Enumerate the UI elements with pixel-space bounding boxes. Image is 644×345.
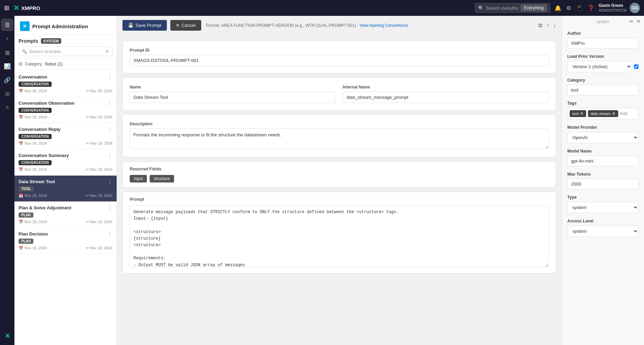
sidebar-item[interactable]: Conversation Observation ⋮ CONVERSATION … [14, 97, 117, 123]
item-badge: CONVERSATION [19, 160, 52, 165]
tag-remove-icon[interactable]: ✕ [580, 111, 583, 116]
nav-icon-x-bottom[interactable]: ✕ [1, 330, 13, 342]
item-badge: CONVERSATION [19, 134, 52, 139]
max-tokens-input[interactable] [567, 179, 638, 189]
author-input[interactable] [567, 38, 638, 49]
item-title: Conversation [19, 74, 47, 80]
status-filter[interactable]: Status (1) [45, 62, 63, 66]
name-card: Name Internal Name [122, 77, 556, 110]
item-more-icon[interactable]: ⋮ [107, 179, 112, 185]
top-navigation: ⊞ ✕ XMPRO 🔍 Everything 🔔 ⚙ 📱 ❓ Gavin Gre… [0, 0, 644, 16]
description-textarea[interactable]: Formats the incomming response to fit th… [130, 128, 549, 149]
item-header: Data Stream Tool ⋮ [19, 179, 112, 185]
internal-name-input[interactable] [343, 92, 549, 103]
item-more-icon[interactable]: ⋮ [107, 231, 112, 237]
category-label: Category [567, 78, 638, 83]
model-name-input[interactable] [567, 156, 638, 166]
filter-icon[interactable]: ⊟ [19, 61, 22, 66]
sidebar-item[interactable]: Conversation Summary ⋮ CONVERSATION 📅 No… [14, 149, 117, 176]
search-prompts-box[interactable]: 🔍 ✕ [19, 46, 112, 56]
sidebar-item[interactable]: Conversation Reply ⋮ CONVERSATION 📅 Nov … [14, 123, 117, 149]
prompt-id-input[interactable] [130, 55, 549, 66]
item-dates: 📅 Nov 18, 2024 ✏ Nov 18, 2024 [19, 141, 112, 146]
sidebar-item[interactable]: Plan & Solve Adjustment ⋮ PLAN 📅 Nov 18,… [14, 202, 117, 228]
item-dates: 📅 Nov 18, 2024 ✏ Nov 18, 2024 [19, 220, 112, 224]
nav-icon-list[interactable]: ≡ [1, 101, 13, 114]
item-more-icon[interactable]: ⋮ [107, 153, 112, 158]
tags-label: Tags [567, 101, 638, 106]
item-header: Conversation Reply ⋮ [19, 127, 112, 132]
modified-date: ✏ Nov 18, 2024 [86, 220, 113, 224]
grid-menu-icon[interactable]: ⊞ [4, 4, 9, 12]
copy-icon[interactable]: ⧉ [538, 22, 542, 29]
help-icon[interactable]: ❓ [588, 5, 594, 11]
category-filter[interactable]: Category [25, 62, 42, 66]
tag-item: data stream✕ [588, 110, 618, 117]
modified-date: ✏ Nov 18, 2024 [86, 141, 113, 146]
item-badge: PLAN [19, 212, 33, 218]
upload-icon[interactable]: ↑ [546, 22, 549, 29]
type-section: Type system [567, 195, 638, 213]
version-select[interactable]: Version 1 (Active) [567, 61, 632, 72]
user-profile[interactable]: Gavin Green ADMINISTRATOR GG [599, 3, 640, 13]
search-prompts-icon: 🔍 [22, 49, 27, 54]
view-naming-link[interactable]: View Naming Conventions [359, 23, 408, 28]
download-icon[interactable]: ↓ [553, 22, 556, 29]
toolbar-action-icons: ⧉ ↑ ↓ [538, 22, 556, 29]
item-more-icon[interactable]: ⋮ [107, 74, 112, 80]
search-input[interactable] [486, 6, 518, 11]
panel-actions: ✏ ✕ [630, 19, 641, 24]
category-section: Category [567, 78, 638, 95]
settings-icon[interactable]: ⚙ [566, 5, 571, 11]
reserved-fields-area: Reserved Fields inputstructure [122, 161, 556, 188]
item-more-icon[interactable]: ⋮ [107, 127, 112, 132]
tags-add-button[interactable]: Add [620, 111, 627, 116]
prompts-section-header: Prompts SYSTEM 🔍 ✕ [14, 35, 117, 59]
sidebar-item[interactable]: Conversation ⋮ CONVERSATION 📅 Nov 30, 20… [14, 71, 117, 97]
item-more-icon[interactable]: ⋮ [107, 101, 112, 106]
item-more-icon[interactable]: ⋮ [107, 205, 112, 211]
nav-icon-grid[interactable]: ⊞ [1, 87, 13, 100]
nav-icon-dashboard[interactable]: ▦ [1, 46, 13, 59]
prompt-label: Prompt [130, 197, 549, 202]
version-checkbox[interactable] [634, 64, 638, 69]
model-provider-label: Model Provider [567, 125, 638, 130]
item-header: Plan Decision ⋮ [19, 231, 112, 237]
nav-icon-chart[interactable]: 📊 [1, 60, 13, 72]
tag-label: tool [572, 112, 579, 116]
save-prompt-button[interactable]: 💾 Save Prompt [122, 20, 167, 31]
nav-icon-plus[interactable]: ＋ [1, 32, 13, 45]
prompt-textarea[interactable]: Generate message payloads that STRICTLY … [130, 205, 549, 267]
nav-icon-link[interactable]: 🔗 [1, 74, 13, 86]
sidebar-item[interactable]: Data Stream Tool ⋮ TOOL 📅 Nov 18, 2024 ✏… [14, 176, 117, 202]
item-dates: 📅 Nov 18, 2024 ✏ Nov 18, 2024 [19, 246, 112, 250]
bell-icon[interactable]: 🔔 [555, 5, 561, 11]
type-select[interactable]: system [567, 202, 638, 213]
modified-date: ✏ Nov 18, 2024 [86, 194, 113, 198]
model-provider-select[interactable]: OpenAI [567, 132, 638, 143]
search-prompts-input[interactable] [29, 49, 103, 54]
item-header: Plan & Solve Adjustment ⋮ [19, 205, 112, 211]
name-input[interactable] [130, 92, 336, 103]
item-dates: 📅 Nov 18, 2024 ✏ Nov 18, 2024 [19, 115, 112, 119]
device-icon[interactable]: 📱 [576, 5, 583, 11]
description-card: Description Formats the incomming respon… [122, 114, 556, 157]
search-clear-icon[interactable]: ✕ [105, 49, 109, 54]
item-badge: CONVERSATION [19, 108, 52, 113]
everything-button[interactable]: Everything [520, 4, 547, 12]
cancel-button[interactable]: ✕ Cancel [170, 20, 201, 31]
panel-close-icon[interactable]: ✕ [636, 19, 641, 24]
nav-icon-menu[interactable]: ☰ [1, 19, 13, 31]
category-input[interactable] [567, 85, 638, 95]
field-tags: inputstructure [130, 175, 549, 182]
tag-remove-icon[interactable]: ✕ [612, 111, 615, 116]
item-badge: CONVERSATION [19, 82, 52, 87]
prompt-id-card: Prompt ID [122, 41, 556, 73]
panel-edit-icon[interactable]: ✏ [630, 19, 634, 24]
save-icon: 💾 [128, 23, 133, 28]
item-dates: 📅 Nov 18, 2024 ✏ Nov 18, 2024 [19, 194, 112, 198]
global-search[interactable]: 🔍 Everything [475, 3, 550, 13]
sidebar-item[interactable]: Plan Decision ⋮ PLAN 📅 Nov 18, 2024 ✏ No… [14, 228, 117, 254]
access-level-select[interactable]: system [567, 226, 638, 237]
load-prior-version-section: Load Prior Version Version 1 (Active) [567, 54, 638, 72]
